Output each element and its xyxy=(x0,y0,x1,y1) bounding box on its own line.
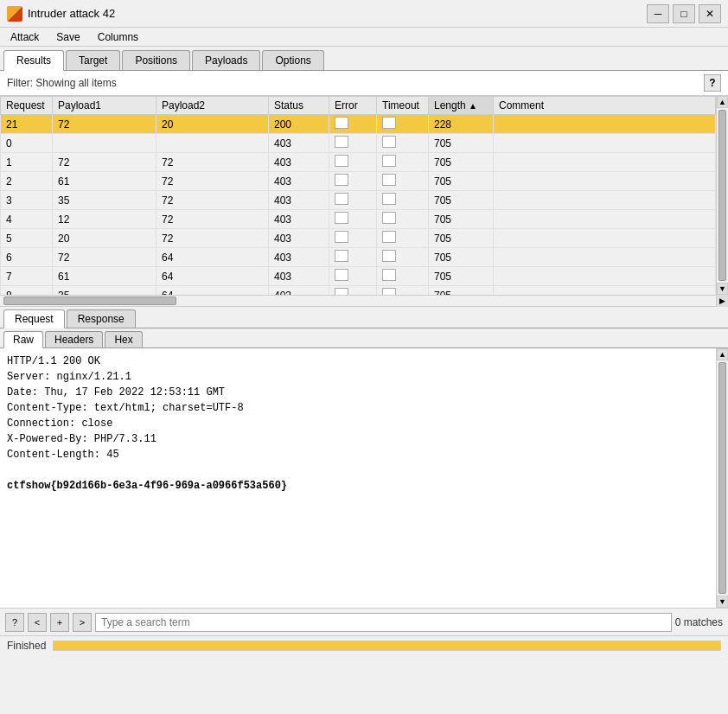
table-row[interactable]: 83564403705 xyxy=(1,286,716,296)
table-row[interactable]: 52072403705 xyxy=(1,229,716,248)
timeout-checkbox[interactable] xyxy=(382,174,396,186)
error-checkbox[interactable] xyxy=(335,269,348,281)
titlebar-left: Intruder attack 42 xyxy=(7,6,115,22)
main-tabbar: Results Target Positions Payloads Option… xyxy=(0,47,728,71)
col-error[interactable]: Error xyxy=(329,97,377,115)
search-next2-button[interactable]: > xyxy=(73,613,92,632)
table-row[interactable]: 26172403705 xyxy=(1,172,716,191)
results-table: Request Payload1 Payload2 Status Error T… xyxy=(0,96,716,295)
hscroll-right-arrow[interactable]: ▶ xyxy=(716,295,728,307)
tab-target[interactable]: Target xyxy=(66,50,120,70)
search-matches: 0 matches xyxy=(675,616,723,628)
error-checkbox[interactable] xyxy=(335,250,348,262)
table-row[interactable]: 67264403705 xyxy=(1,248,716,267)
table-wrapper: Request Payload1 Payload2 Status Error T… xyxy=(0,96,728,295)
search-input[interactable] xyxy=(95,613,672,632)
minimize-button[interactable]: ─ xyxy=(647,4,669,23)
tab-options[interactable]: Options xyxy=(262,50,323,70)
table-row[interactable]: 76164403705 xyxy=(1,267,716,286)
resp-vscroll-thumb[interactable] xyxy=(718,362,726,594)
table-scroll[interactable]: Request Payload1 Payload2 Status Error T… xyxy=(0,96,716,295)
col-status[interactable]: Status xyxy=(269,97,329,115)
vscroll-up-arrow[interactable]: ▲ xyxy=(717,96,728,108)
timeout-checkbox[interactable] xyxy=(382,136,396,148)
sort-arrow: ▲ xyxy=(469,101,477,111)
status-label: Finished xyxy=(7,640,46,652)
subtab-headers[interactable]: Headers xyxy=(45,331,103,347)
timeout-checkbox[interactable] xyxy=(382,250,396,262)
error-checkbox[interactable] xyxy=(335,231,348,243)
col-length[interactable]: Length ▲ xyxy=(429,97,494,115)
table-row[interactable]: 17272403705 xyxy=(1,153,716,172)
resp-vscroll-down[interactable]: ▼ xyxy=(717,596,728,608)
table-row[interactable]: 33572403705 xyxy=(1,191,716,210)
tab-positions[interactable]: Positions xyxy=(122,50,190,70)
search-help-button[interactable]: ? xyxy=(5,613,24,632)
table-row[interactable]: 0403705 xyxy=(1,134,716,153)
close-button[interactable]: ✕ xyxy=(699,4,721,23)
error-checkbox[interactable] xyxy=(335,174,348,186)
response-flag: ctfshow{b92d166b-6e3a-4f96-969a-a0966f53… xyxy=(7,480,287,492)
error-checkbox[interactable] xyxy=(335,193,348,205)
table-vscrollbar[interactable]: ▲ ▼ xyxy=(716,96,728,295)
timeout-checkbox[interactable] xyxy=(382,231,396,243)
timeout-checkbox[interactable] xyxy=(382,212,396,224)
window-controls: ─ □ ✕ xyxy=(647,4,721,23)
timeout-checkbox[interactable] xyxy=(382,193,396,205)
vscroll-thumb[interactable] xyxy=(718,110,726,281)
table-row[interactable]: 217220200228 xyxy=(1,115,716,134)
timeout-checkbox[interactable] xyxy=(382,288,396,295)
col-request[interactable]: Request xyxy=(1,97,53,115)
table-hscrollbar[interactable]: ▶ xyxy=(0,295,728,307)
resp-vscroll-up[interactable]: ▲ xyxy=(717,348,728,360)
col-comment[interactable]: Comment xyxy=(494,97,716,115)
error-checkbox[interactable] xyxy=(335,155,348,167)
window-title: Intruder attack 42 xyxy=(28,7,115,20)
error-checkbox[interactable] xyxy=(335,212,348,224)
sub-tabbar: Raw Headers Hex xyxy=(0,328,728,348)
req-res-tabbar: Request Response xyxy=(0,307,728,328)
timeout-checkbox[interactable] xyxy=(382,269,396,281)
response-content-area: HTTP/1.1 200 OK Server: nginx/1.21.1 Dat… xyxy=(0,348,716,608)
subtab-raw[interactable]: Raw xyxy=(3,331,43,348)
statusbar: Finished xyxy=(0,635,728,654)
search-prev-button[interactable]: < xyxy=(28,613,47,632)
titlebar: Intruder attack 42 ─ □ ✕ xyxy=(0,0,728,28)
table-row[interactable]: 41272403705 xyxy=(1,210,716,229)
error-checkbox[interactable] xyxy=(335,288,348,295)
maximize-button[interactable]: □ xyxy=(673,4,695,23)
col-payload2[interactable]: Payload2 xyxy=(156,97,269,115)
tab-request[interactable]: Request xyxy=(3,309,65,328)
error-checkbox[interactable] xyxy=(335,136,348,148)
menu-save[interactable]: Save xyxy=(49,29,86,45)
vscroll-down-arrow[interactable]: ▼ xyxy=(717,283,728,295)
subtab-hex[interactable]: Hex xyxy=(105,331,142,347)
response-vscrollbar[interactable]: ▲ ▼ xyxy=(716,348,728,608)
menu-columns[interactable]: Columns xyxy=(91,29,145,45)
filter-help-button[interactable]: ? xyxy=(704,74,721,92)
error-checkbox[interactable] xyxy=(335,117,348,129)
menubar: Attack Save Columns xyxy=(0,28,728,47)
col-timeout[interactable]: Timeout xyxy=(377,97,429,115)
timeout-checkbox[interactable] xyxy=(382,155,396,167)
menu-attack[interactable]: Attack xyxy=(3,29,46,45)
hscroll-thumb[interactable] xyxy=(3,296,176,305)
tab-response[interactable]: Response xyxy=(67,309,136,328)
timeout-checkbox[interactable] xyxy=(382,117,396,129)
filter-label: Filter: Showing all items xyxy=(7,77,117,89)
tab-results[interactable]: Results xyxy=(3,50,64,71)
status-progress-bar xyxy=(53,641,721,651)
app-logo xyxy=(7,6,22,22)
filter-bar: Filter: Showing all items ? xyxy=(0,71,728,96)
tab-payloads[interactable]: Payloads xyxy=(192,50,260,70)
search-next-button[interactable]: + xyxy=(50,613,69,632)
searchbar: ? < + > 0 matches xyxy=(0,608,728,635)
col-payload1[interactable]: Payload1 xyxy=(53,97,156,115)
